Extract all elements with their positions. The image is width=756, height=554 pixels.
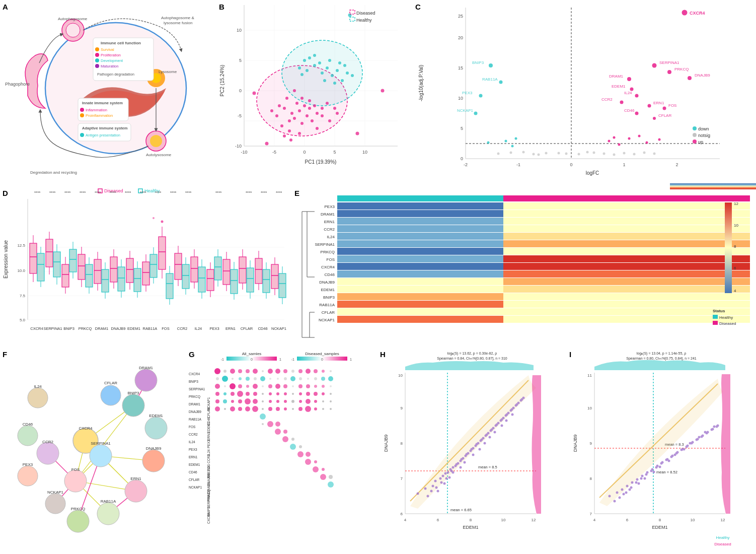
svg-text:10: 10 (587, 406, 592, 410)
svg-point-670 (452, 466, 455, 469)
b-legend-healthy: Healthy (356, 18, 372, 23)
svg-point-149 (586, 151, 589, 154)
svg-point-589 (215, 399, 219, 403)
svg-text:PEX3: PEX3 (189, 448, 197, 451)
svg-point-590 (223, 399, 227, 403)
svg-point-635 (313, 466, 319, 472)
svg-rect-237 (46, 239, 53, 267)
svg-point-731 (516, 403, 518, 406)
svg-point-144 (653, 153, 656, 155)
svg-text:IL24: IL24 (624, 91, 632, 95)
svg-text:****: **** (95, 190, 101, 195)
svg-point-717 (445, 477, 448, 480)
svg-text:10: 10 (362, 150, 367, 155)
panel-i: I log₂(S) = 13.04, p = 1.14e-55, ρ Spear… (567, 348, 756, 554)
svg-rect-246 (62, 264, 69, 287)
svg-text:logFC: logFC (586, 170, 599, 176)
svg-rect-410 (503, 286, 750, 293)
svg-point-57 (275, 114, 278, 117)
svg-point-154 (479, 94, 483, 98)
svg-point-187 (613, 136, 616, 139)
svg-text:Lysosome: Lysosome (159, 70, 177, 74)
svg-point-792 (701, 436, 703, 438)
svg-text:Healthy: Healthy (719, 315, 733, 320)
svg-point-74 (298, 132, 301, 135)
svg-point-64 (306, 114, 309, 117)
svg-point-189 (628, 137, 631, 140)
svg-point-600 (299, 400, 302, 403)
svg-point-168 (627, 77, 631, 81)
svg-text:8: 8 (734, 244, 736, 249)
svg-point-624 (275, 422, 280, 427)
svg-text:ERN1: ERN1 (324, 220, 335, 224)
svg-point-622 (262, 423, 264, 425)
svg-text:EDEM1: EDEM1 (612, 84, 626, 89)
svg-text:5.0: 5.0 (20, 318, 26, 322)
svg-text:CFLAR: CFLAR (658, 113, 671, 118)
svg-point-59 (290, 112, 293, 115)
svg-rect-349 (247, 268, 254, 292)
svg-text:CD46: CD46 (325, 272, 335, 277)
svg-rect-389 (503, 233, 750, 240)
svg-text:CD46: CD46 (189, 470, 197, 474)
svg-point-754 (609, 495, 611, 498)
svg-text:Immune cell function: Immune cell function (101, 41, 141, 45)
svg-point-88 (289, 138, 292, 142)
svg-text:BNIP3: BNIP3 (323, 295, 335, 300)
svg-point-22 (95, 64, 99, 68)
svg-text:EDEM1: EDEM1 (189, 463, 200, 466)
svg-rect-379 (337, 210, 503, 217)
svg-text:RAB11A: RAB11A (482, 77, 498, 82)
svg-rect-377 (503, 202, 750, 210)
svg-point-801 (653, 471, 655, 473)
svg-rect-318 (191, 257, 198, 282)
svg-point-556 (328, 376, 333, 381)
svg-rect-416 (503, 301, 750, 308)
svg-text:BNIP3: BNIP3 (127, 391, 139, 395)
svg-text:mean = 8.5: mean = 8.5 (478, 465, 497, 469)
svg-point-20 (95, 58, 99, 62)
svg-rect-358 (263, 269, 270, 293)
svg-point-137 (578, 153, 580, 156)
svg-point-161 (515, 137, 517, 140)
svg-point-158 (505, 140, 507, 143)
svg-text:-1: -1 (516, 162, 520, 167)
svg-point-133 (497, 153, 500, 155)
svg-point-630 (299, 445, 302, 448)
svg-text:0: 0 (251, 358, 253, 361)
svg-rect-255 (78, 254, 85, 280)
svg-point-134 (510, 152, 512, 154)
svg-text:FOS: FOS (327, 257, 335, 262)
svg-text:CD46: CD46 (624, 108, 635, 113)
svg-text:Autolysosome: Autolysosome (146, 153, 172, 157)
svg-point-712 (511, 413, 514, 416)
svg-text:****: **** (125, 190, 131, 195)
svg-point-778 (630, 487, 633, 489)
svg-rect-391 (337, 240, 503, 247)
svg-text:ERN1: ERN1 (130, 476, 141, 481)
svg-text:IL24: IL24 (195, 326, 202, 331)
svg-point-477 (122, 394, 144, 417)
svg-point-592 (238, 399, 242, 403)
svg-point-599 (291, 400, 294, 403)
svg-point-602 (314, 400, 317, 403)
svg-point-174 (635, 94, 639, 98)
svg-point-93 (306, 69, 309, 72)
svg-point-720 (461, 458, 463, 461)
svg-point-140 (613, 154, 616, 156)
svg-rect-407 (503, 278, 750, 285)
svg-point-601 (306, 399, 311, 404)
svg-text:All_samles: All_samles (242, 352, 262, 356)
svg-text:DNAJB9: DNAJB9 (111, 326, 126, 331)
svg-text:EDEM1: EDEM1 (652, 525, 667, 530)
svg-point-538 (314, 369, 318, 373)
svg-text:Degredation and recycling: Degredation and recycling (30, 170, 77, 175)
svg-point-609 (245, 406, 250, 411)
svg-text:BNIP3: BNIP3 (63, 326, 74, 331)
svg-point-62 (293, 117, 296, 120)
svg-point-803 (668, 460, 670, 462)
svg-point-598 (284, 400, 287, 403)
svg-text:CCR2: CCR2 (324, 227, 335, 232)
svg-text:RAB11A: RAB11A (101, 499, 116, 504)
svg-point-141 (623, 152, 626, 155)
